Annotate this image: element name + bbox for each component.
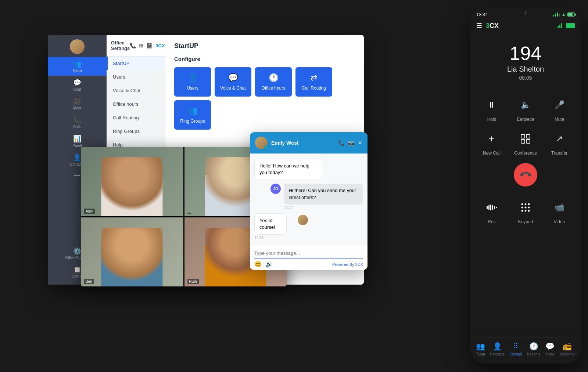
chat-input[interactable] [254, 249, 363, 259]
nav-chat-icon: 💬 [545, 342, 555, 351]
nav-item-ring-groups[interactable]: Ring Groups [107, 124, 165, 138]
nav-contacts-icon: 👤 [493, 342, 502, 351]
chat-close-icon[interactable]: ✕ [358, 140, 362, 146]
grid-icon[interactable]: ⊞ [139, 43, 143, 48]
sidebar-item-team[interactable]: 👥 Team [48, 57, 107, 76]
call-routing-card-icon: ⇄ [311, 73, 317, 83]
sender-avatar-3 [298, 215, 308, 225]
svg-point-10 [521, 203, 523, 205]
earpiece-button[interactable]: 🔈 Earpiece [512, 95, 539, 122]
header-icons: 📞 ⊞ 📓 3CX [130, 43, 165, 48]
keypad-button[interactable]: Keypad [512, 198, 539, 224]
message-time-3: 14:18 [254, 236, 295, 240]
sidebar-item-meet[interactable]: 🎥 Meet [48, 94, 107, 113]
rec-button[interactable]: Rec [478, 198, 506, 224]
nav-item-users[interactable]: Users [107, 70, 165, 84]
svg-rect-4 [487, 206, 488, 209]
svg-rect-9 [496, 207, 497, 208]
calls-icon: 📞 [73, 117, 81, 123]
book-icon[interactable]: 📓 [146, 43, 153, 48]
chat-input-area: 😊 🔊 Powered By 3CX [250, 245, 368, 270]
emoji-icon[interactable]: 😊 [254, 261, 262, 268]
conference-icon [516, 129, 535, 148]
audio-icon[interactable]: 🔊 [265, 261, 273, 268]
mute-button[interactable]: 🎤 Mute [545, 95, 573, 122]
svg-point-14 [525, 207, 527, 209]
phone-nav-contacts[interactable]: 👤 Contacts [490, 342, 504, 356]
svg-rect-5 [488, 205, 490, 210]
phone-time: 13:41 [476, 12, 488, 17]
nav-item-call-routing[interactable]: Call Routing [107, 111, 165, 124]
main-title: StartUP [174, 42, 355, 50]
keypad-icon [516, 198, 535, 217]
phone-icon[interactable]: 📞 [130, 43, 136, 48]
config-card-ring-groups[interactable]: 👥 Ring Groups [174, 100, 211, 130]
chat-video-icon[interactable]: 📷 [348, 140, 354, 146]
phone-status-icons: ▲ [553, 12, 575, 17]
nav-item-office-hours[interactable]: Office hours [107, 97, 165, 111]
config-card-voice-chat[interactable]: 💬 Voice & Chat [215, 67, 251, 97]
mute-icon: 🎤 [550, 95, 569, 115]
nav-team-icon: 👥 [476, 342, 485, 351]
phone-nav-voicemail[interactable]: 📻 Voicemail [559, 342, 575, 356]
end-call-button[interactable]: 📞 [509, 158, 542, 192]
apps-icon: 🔲 [73, 267, 81, 273]
phone-controls-row1: ⏸ Hold 🔈 Earpiece 🎤 Mute [470, 88, 581, 129]
hold-button[interactable]: ⏸ Hold [478, 95, 506, 122]
message-bubble-2: Hi there! Can you send me your latest of… [284, 184, 363, 204]
earpiece-icon: 🔈 [516, 95, 535, 115]
sidebar-item-chat[interactable]: 💬 Chat [48, 76, 107, 94]
config-card-office-hours[interactable]: 🕐 Office hours [255, 67, 292, 97]
video-button[interactable]: 📹 Video [545, 198, 573, 224]
video-cell-1: Amy [81, 147, 183, 216]
phone-nav-recents[interactable]: 🕐 Recents [527, 342, 541, 356]
svg-point-12 [528, 203, 530, 205]
chat-action-icons: 😊 🔊 [254, 261, 273, 268]
config-card-users[interactable]: 👤 Users [174, 67, 211, 97]
office-settings-icon: ⚙️ [73, 248, 81, 254]
left-nav-header: Office Settings 📞 ⊞ 📓 3CX [107, 35, 165, 57]
video-icon: 📹 [550, 198, 569, 217]
svg-point-13 [521, 207, 523, 209]
user-avatar[interactable] [70, 39, 85, 54]
hamburger-icon[interactable]: ☰ [476, 22, 482, 30]
new-call-icon: + [482, 129, 501, 148]
transfer-button[interactable]: ↗ Transfer [545, 129, 573, 156]
nav-item-startup[interactable]: StartUP [107, 57, 165, 70]
svg-rect-7 [492, 205, 493, 210]
phone-nav-chat[interactable]: 💬 Chat [545, 342, 555, 356]
chat-call-icon[interactable]: 📞 [338, 140, 344, 146]
chat-contact-avatar [255, 137, 268, 149]
nav-item-voice-chat[interactable]: Voice & Chat [107, 84, 165, 97]
new-call-button[interactable]: + New Call [478, 129, 506, 156]
svg-point-11 [525, 203, 527, 205]
users-card-icon: 👤 [188, 73, 198, 83]
extension-number: 194 [478, 44, 573, 63]
phone-app-title: 3CX [486, 22, 499, 30]
phone-app-bar: ☰ 3CX [470, 19, 581, 33]
sidebar-item-calls[interactable]: 📞 Calls [48, 113, 107, 132]
phone-nav-keypad[interactable]: ⠿ Keypad [509, 342, 522, 356]
configure-cards: 👤 Users 💬 Voice & Chat 🕐 Office hours ⇄ … [174, 67, 355, 130]
conference-button[interactable]: Conference [512, 129, 539, 156]
phone-controls-row3: Rec Keypad [470, 194, 581, 228]
svg-rect-2 [521, 140, 525, 143]
message-bubble-3: Yes of course! [254, 213, 287, 235]
video-cell-3: Ben [81, 217, 183, 287]
config-card-call-routing[interactable]: ⇄ Call Routing [295, 67, 332, 97]
panel-icon: 📊 [73, 136, 81, 142]
video-name-3: Ben [84, 279, 94, 284]
phone-controls-row2: + New Call Conference ↗ Transfer [470, 129, 581, 159]
video-name-4: Ruth [187, 279, 199, 284]
svg-point-15 [528, 207, 530, 209]
online-indicator [264, 145, 267, 149]
phone-nav-team[interactable]: 👥 Team [476, 342, 485, 356]
chat-header-icons: 📞 📷 ✕ [338, 140, 362, 146]
phone-active-indicator [557, 23, 575, 28]
sender-avatar-2: JO [270, 184, 281, 194]
svg-point-17 [525, 210, 527, 212]
svg-rect-3 [526, 140, 530, 143]
chat-header: Emily West 📞 📷 ✕ [250, 132, 368, 154]
team-icon: 👥 [73, 61, 81, 67]
end-call-section: 📞 [470, 159, 581, 194]
